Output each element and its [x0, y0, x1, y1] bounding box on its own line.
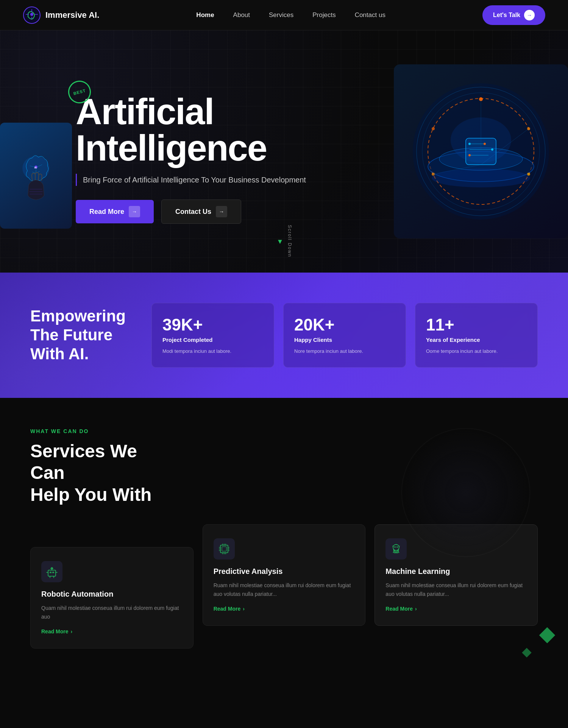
stat-card-1: 20K+ Happy Clients Nore tempora inciun a… [283, 303, 406, 368]
hero-section: AI BEST Artificial Intelligence Bring Fo… [0, 30, 568, 273]
svg-point-26 [51, 567, 53, 569]
hero-buttons: Read More → Contact Us → [76, 200, 306, 224]
hero-title-wrap: Artificial Intelligence [76, 94, 306, 166]
svg-rect-24 [50, 572, 51, 573]
logo-area: Immersive AI. [23, 6, 99, 24]
svg-point-30 [394, 546, 396, 548]
svg-point-21 [451, 117, 511, 163]
service-desc-1: Ruam nihil molestiae conseua illum rui d… [214, 581, 355, 598]
nav-services[interactable]: Services [269, 11, 293, 19]
ml-icon [389, 542, 403, 556]
services-section: WHAT WE CAN DO Services We Can Help You … [0, 398, 568, 679]
logo-text: Immersive AI. [45, 10, 99, 20]
letstalk-button[interactable]: Let's Talk → [482, 5, 545, 25]
deco-diamond-small [522, 648, 531, 657]
service-desc-0: Quam nihil molestiae conseua illum rui d… [41, 604, 183, 621]
hero-subtitle: Bring Force of Artificial Intelligence T… [76, 174, 306, 186]
readmore-chevron-icon-1: › [243, 606, 245, 612]
stat-desc-0: Modi tempora inciun aut labore. [162, 348, 263, 355]
stats-cards: 39K+ Project Completed Modi tempora inci… [151, 303, 538, 368]
service-icon-0 [41, 561, 62, 582]
service-name-0: Robotic Automation [41, 590, 183, 599]
letstalk-arrow-icon: → [524, 10, 535, 20]
svg-point-22 [432, 168, 530, 187]
navbar: Immersive AI. Home About Services Projec… [0, 0, 568, 30]
stat-label-2: Years of Experience [426, 337, 527, 343]
scroll-down[interactable]: Scroll Down ▼ [276, 225, 292, 257]
nav-home[interactable]: Home [196, 11, 214, 19]
service-card-1: Predictive Analysis Ruam nihil molestiae… [203, 524, 366, 626]
service-name-2: Machine Learning [385, 567, 527, 576]
svg-rect-25 [52, 572, 54, 573]
svg-rect-28 [222, 547, 226, 551]
deco-diamond [539, 627, 555, 643]
services-title: Services We Can Help You With [30, 440, 174, 506]
hero-title: Artificial Intelligence [76, 94, 306, 166]
svg-point-1 [30, 13, 33, 16]
scroll-arrow-icon: ▼ [276, 238, 284, 246]
service-desc-2: Suam nihil molestiae conseua illum rui d… [385, 581, 527, 598]
svg-text:AI: AI [34, 166, 37, 169]
hero-image-left: AI [0, 123, 72, 229]
service-card-0: Robotic Automation Quam nihil molestiae … [30, 547, 193, 648]
nav-projects[interactable]: Projects [312, 11, 335, 19]
stat-number-1: 20K+ [294, 315, 395, 334]
robot-icon [45, 565, 59, 578]
hero-image-right [394, 64, 568, 239]
stat-desc-1: Nore tempora inciun aut labore. [294, 348, 395, 355]
svg-rect-23 [48, 570, 56, 576]
service-readmore-0[interactable]: Read More › [41, 628, 183, 634]
service-icon-2 [385, 538, 407, 560]
contactus-arrow-icon: → [216, 206, 227, 217]
stat-card-2: 11+ Years of Experience Oome tempora inc… [415, 303, 538, 368]
stats-section: Empowering The Future With AI. 39K+ Proj… [0, 273, 568, 398]
svg-point-19 [432, 127, 435, 130]
stats-headline: Empowering The Future With AI. [30, 307, 136, 364]
stat-label-0: Project Completed [162, 337, 263, 343]
deco-circle [401, 428, 530, 557]
svg-rect-27 [220, 545, 228, 553]
service-readmore-1[interactable]: Read More › [214, 606, 355, 612]
readmore-button[interactable]: Read More → [76, 200, 154, 223]
stat-desc-2: Oome tempora inciun aut labore. [426, 348, 527, 355]
svg-point-29 [393, 544, 399, 550]
readmore-arrow-icon: → [129, 206, 140, 217]
stat-label-1: Happy Clients [294, 337, 395, 343]
stat-number-0: 39K+ [162, 315, 263, 334]
service-readmore-2[interactable]: Read More › [385, 606, 527, 612]
service-icon-1 [214, 538, 235, 560]
nav-links: Home About Services Projects Contact us [196, 11, 385, 19]
nav-about[interactable]: About [233, 11, 250, 19]
nav-contact[interactable]: Contact us [355, 11, 385, 19]
svg-point-31 [396, 546, 398, 548]
readmore-chevron-icon-0: › [71, 628, 73, 634]
readmore-chevron-icon-2: › [415, 606, 417, 612]
logo-icon [23, 6, 41, 24]
stat-number-2: 11+ [426, 315, 527, 334]
service-name-1: Predictive Analysis [214, 567, 355, 576]
stat-card-0: 39K+ Project Completed Modi tempora inci… [151, 303, 274, 368]
hero-content: BEST Artificial Intelligence Bring Force… [76, 79, 306, 224]
chip-icon [217, 542, 231, 556]
contactus-button[interactable]: Contact Us → [161, 200, 241, 224]
